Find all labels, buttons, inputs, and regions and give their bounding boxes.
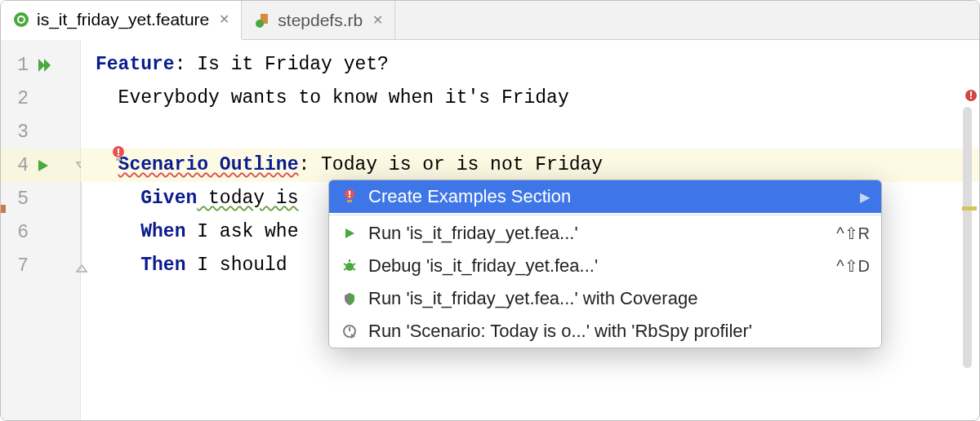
svg-point-16	[345, 263, 354, 271]
menu-item-coverage[interactable]: Run 'is_it_friday_yet.fea...' with Cover…	[329, 282, 881, 315]
line-number: 6	[9, 222, 29, 243]
svg-rect-15	[347, 200, 352, 202]
menu-label: Create Examples Section	[368, 186, 850, 207]
cucumber-icon	[12, 11, 30, 28]
menu-shortcut: ^⇧D	[836, 256, 870, 276]
tab-label: stepdefs.rb	[278, 11, 363, 30]
line-number: 5	[9, 188, 29, 210]
tab-label: is_it_friday_yet.feature	[37, 10, 209, 29]
code-line: Everybody wants to know when it's Friday	[96, 82, 979, 115]
code-line	[96, 115, 979, 148]
line-number: 3	[9, 122, 29, 143]
code-line-highlighted: Scenario Outline: Today is or is not Fri…	[81, 148, 979, 182]
error-indicator-icon[interactable]	[964, 89, 976, 106]
menu-shortcut: ^⇧R	[836, 224, 870, 243]
svg-rect-13	[349, 191, 350, 195]
menu-label: Debug 'is_it_friday_yet.fea...'	[368, 255, 826, 277]
profiler-icon	[341, 324, 359, 339]
line-number: 1	[9, 55, 29, 76]
line-number: 7	[9, 255, 29, 277]
menu-separator	[329, 215, 881, 215]
svg-point-4	[256, 20, 264, 28]
svg-rect-6	[118, 148, 119, 153]
code-line: Feature: Is it Friday yet?	[96, 48, 979, 82]
submenu-arrow-icon: ▶	[860, 189, 870, 205]
scrollbar-thumb[interactable]	[963, 107, 972, 368]
error-bulb-icon	[341, 188, 359, 205]
debug-icon	[341, 259, 359, 273]
menu-label: Run 'is_it_friday_yet.fea...'	[368, 223, 826, 244]
ruby-file-icon	[253, 12, 271, 29]
run-icon[interactable]	[37, 159, 50, 172]
svg-line-20	[344, 268, 346, 270]
menu-label: Run 'is_it_friday_yet.fea...' with Cover…	[368, 288, 870, 309]
menu-item-profile[interactable]: Run 'Scenario: Today is o...' with 'RbSp…	[329, 315, 881, 348]
editor-tabs: is_it_friday_yet.feature ✕ stepdefs.rb ✕	[1, 1, 979, 40]
svg-point-2	[19, 17, 24, 22]
svg-line-19	[353, 264, 355, 265]
svg-rect-8	[116, 158, 121, 161]
change-marker	[1, 205, 6, 213]
gutter: 1 2 3 4 5 6 7	[1, 40, 81, 420]
run-icon	[341, 227, 359, 240]
tab-stepdefs[interactable]: stepdefs.rb ✕	[242, 1, 395, 39]
intention-bulb-icon[interactable]	[110, 144, 127, 177]
menu-item-run[interactable]: Run 'is_it_friday_yet.fea...' ^⇧R	[329, 217, 881, 250]
coverage-icon	[341, 291, 359, 306]
menu-item-create-examples[interactable]: Create Examples Section ▶	[329, 180, 881, 213]
svg-rect-14	[349, 196, 350, 197]
warning-stripe-mark[interactable]	[962, 206, 977, 210]
menu-label: Run 'Scenario: Today is o...' with 'RbSp…	[368, 321, 870, 342]
svg-rect-11	[970, 97, 972, 99]
line-number: 4	[9, 155, 29, 176]
close-icon[interactable]: ✕	[369, 12, 383, 28]
run-all-icon[interactable]	[37, 57, 53, 73]
menu-item-debug[interactable]: Debug 'is_it_friday_yet.fea...' ^⇧D	[329, 250, 881, 282]
line-number: 2	[9, 88, 29, 109]
svg-line-18	[344, 264, 346, 265]
tab-feature-file[interactable]: is_it_friday_yet.feature ✕	[1, 1, 242, 40]
svg-rect-7	[118, 154, 119, 156]
svg-line-21	[353, 268, 355, 270]
svg-rect-10	[970, 91, 972, 96]
intention-actions-menu: Create Examples Section ▶ Run 'is_it_fri…	[328, 179, 882, 348]
close-icon[interactable]: ✕	[216, 11, 229, 27]
